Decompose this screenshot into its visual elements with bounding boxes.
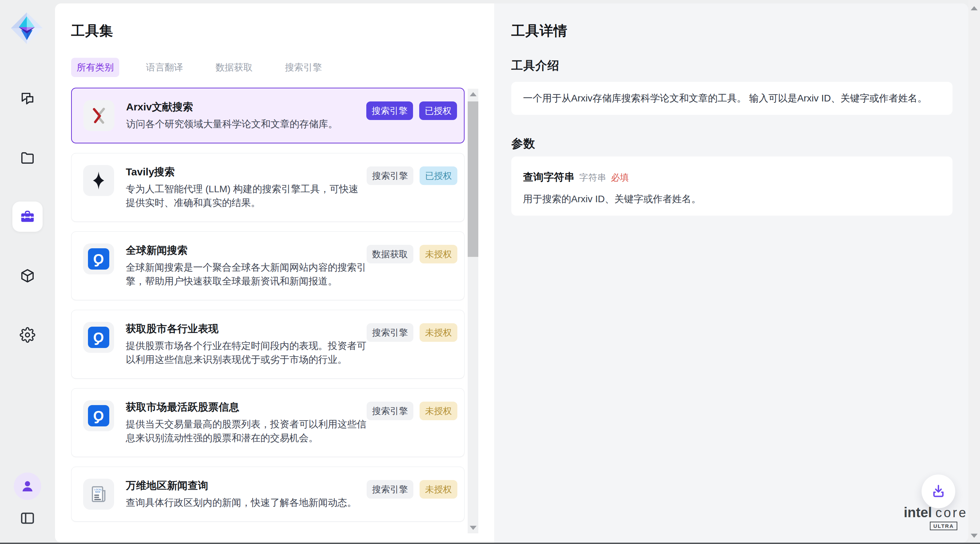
parameter-type: 字符串 [579, 172, 606, 183]
tool-details-pane: 工具详情 工具介绍 一个用于从Arxiv存储库搜索科学论文和文章的工具。 输入可… [494, 3, 968, 542]
tool-card-body: 万维地区新闻查询查询具体行政区划内的新闻，快速了解各地新闻动态。 [126, 479, 366, 510]
auth-badge: 已授权 [419, 101, 457, 120]
download-icon [930, 483, 947, 499]
tool-description: 查询具体行政区划内的新闻，快速了解各地新闻动态。 [126, 496, 366, 510]
scroll-up-icon[interactable] [470, 92, 477, 96]
tool-name: 获取股市各行业表现 [126, 322, 366, 336]
parameter-description: 用于搜索的Arxiv ID、关键字或作者姓名。 [523, 193, 941, 206]
download-button[interactable] [921, 475, 955, 508]
svg-text:NEW: NEW [95, 491, 101, 493]
app-root: 工具集 所有类别语言翻译数据获取搜索引擎 Arxiv文献搜索访问各个研究领域大量… [0, 0, 980, 544]
tab-2[interactable]: 数据获取 [210, 58, 258, 77]
tool-description: 专为人工智能代理 (LLM) 构建的搜索引擎工具，可快速提供实时、准确和真实的结… [126, 182, 366, 210]
parameter-required-badge: 必填 [611, 172, 629, 183]
category-badge: 搜索引擎 [367, 480, 414, 499]
category-badge: 搜索引擎 [367, 402, 414, 420]
folder-icon [19, 150, 35, 165]
auth-badge: 已授权 [420, 166, 457, 185]
tool-description: 提供当天交易量最高的股票列表，投资者可以利用这些信息来识别流动性强的股票和潜在的… [126, 418, 366, 445]
tool-card[interactable]: Tavily搜索专为人工智能代理 (LLM) 构建的搜索引擎工具，可快速提供实时… [71, 153, 465, 222]
tool-name: 全球新闻搜索 [126, 244, 366, 257]
toolset-title: 工具集 [71, 21, 113, 40]
tool-card[interactable]: Q获取市场最活跃股票信息提供当天交易量最高的股票列表，投资者可以利用这些信息来识… [71, 388, 465, 457]
intel-wordmark: intel [904, 505, 932, 520]
tool-card[interactable]: LOCALNEW万维地区新闻查询查询具体行政区划内的新闻，快速了解各地新闻动态。… [71, 467, 465, 522]
intro-box: 一个用于从Arxiv存储库搜索科学论文和文章的工具。 输入可以是Arxiv ID… [511, 82, 953, 115]
tool-description: 访问各个研究领域大量科学论文和文章的存储库。 [126, 117, 366, 131]
sidebar-item-models[interactable] [13, 261, 43, 291]
window-scrollbar[interactable] [968, 0, 980, 544]
sidebar [0, 0, 55, 544]
core-wordmark: core [935, 506, 967, 520]
scrollbar-thumb[interactable] [468, 101, 478, 257]
sidebar-item-tools[interactable] [13, 201, 43, 232]
auth-badge: 未授权 [420, 402, 457, 420]
tool-badges: 搜索引擎已授权 [367, 165, 457, 185]
tool-card[interactable]: Q获取股市各行业表现提供股票市场各个行业在特定时间段内的表现。投资者可以利用这些… [71, 310, 465, 379]
arxiv-icon [83, 100, 115, 131]
auth-badge: 未授权 [420, 323, 457, 342]
chat-icon [19, 91, 35, 106]
category-badge: 搜索引擎 [367, 166, 414, 185]
window-scroll-down-icon[interactable] [971, 534, 978, 538]
ultra-badge: ULTRA [930, 522, 957, 530]
tab-1[interactable]: 语言翻译 [140, 58, 189, 77]
tool-name: 万维地区新闻查询 [126, 479, 366, 493]
qnews-icon: Q [83, 322, 114, 353]
tool-card-body: 获取市场最活跃股票信息提供当天交易量最高的股票列表，投资者可以利用这些信息来识别… [126, 400, 366, 445]
tool-card-body: Arxiv文献搜索访问各个研究领域大量科学论文和文章的存储库。 [126, 100, 366, 131]
category-badge: 搜索引擎 [367, 323, 414, 342]
tool-name: Arxiv文献搜索 [126, 100, 366, 114]
scroll-down-icon[interactable] [470, 526, 477, 530]
window-scroll-up-icon[interactable] [971, 6, 978, 10]
window-bottom-edge [0, 542, 980, 544]
tool-card[interactable]: Arxiv文献搜索访问各个研究领域大量科学论文和文章的存储库。搜索引擎已授权 [71, 88, 465, 144]
sidebar-item-chat[interactable] [13, 83, 43, 113]
svg-text:LOCAL: LOCAL [94, 488, 102, 491]
cube-icon [19, 268, 35, 284]
auth-badge: 未授权 [420, 480, 457, 499]
tool-card-body: 全球新闻搜索全球新闻搜索是一个聚合全球各大新闻网站内容的搜索引擎，帮助用户快速获… [126, 244, 366, 288]
toolset-pane: 工具集 所有类别语言翻译数据获取搜索引擎 Arxiv文献搜索访问各个研究领域大量… [55, 3, 494, 542]
parameter-name: 查询字符串 [523, 170, 574, 184]
tool-card-body: Tavily搜索专为人工智能代理 (LLM) 构建的搜索引擎工具，可快速提供实时… [126, 165, 366, 210]
sidebar-nav [0, 83, 55, 350]
main-panel: 工具集 所有类别语言翻译数据获取搜索引擎 Arxiv文献搜索访问各个研究领域大量… [55, 3, 968, 542]
tab-0[interactable]: 所有类别 [71, 58, 119, 77]
tool-badges: 搜索引擎未授权 [367, 322, 457, 342]
tool-card-body: 获取股市各行业表现提供股票市场各个行业在特定时间段内的表现。投资者可以利用这些信… [126, 322, 366, 367]
tool-description: 全球新闻搜索是一个聚合全球各大新闻网站内容的搜索引擎，帮助用户快速获取全球最新资… [126, 261, 366, 288]
tool-name: Tavily搜索 [126, 165, 366, 179]
tool-card[interactable]: Q全球新闻搜索全球新闻搜索是一个聚合全球各大新闻网站内容的搜索引擎，帮助用户快速… [71, 231, 465, 300]
tool-list: Arxiv文献搜索访问各个研究领域大量科学论文和文章的存储库。搜索引擎已授权Ta… [71, 88, 465, 539]
auth-badge: 未授权 [420, 245, 457, 263]
tavily-star-icon [83, 165, 114, 196]
user-avatar[interactable] [14, 472, 41, 500]
gear-icon [19, 327, 35, 343]
sidebar-toggle-icon[interactable] [19, 510, 35, 526]
sidebar-item-settings[interactable] [13, 320, 43, 350]
intro-text: 一个用于从Arxiv存储库搜索科学论文和文章的工具。 输入可以是Arxiv ID… [523, 92, 927, 105]
tool-badges: 搜索引擎未授权 [367, 479, 457, 499]
qnews-icon: Q [83, 400, 114, 431]
category-tabs: 所有类别语言翻译数据获取搜索引擎 [71, 58, 328, 77]
tool-badges: 搜索引擎未授权 [367, 400, 457, 420]
sidebar-item-files[interactable] [13, 142, 43, 172]
tool-badges: 搜索引擎已授权 [366, 100, 457, 120]
details-title: 工具详情 [511, 21, 568, 40]
tool-list-scrollbar[interactable] [468, 89, 478, 533]
intel-core-ultra-logo: intel core ULTRA [904, 505, 957, 530]
toolbox-icon [19, 209, 35, 225]
category-badge: 搜索引擎 [366, 101, 413, 120]
tool-description: 提供股票市场各个行业在特定时间段内的表现。投资者可以利用这些信息来识别表现优于或… [126, 339, 366, 367]
local-news-icon: LOCALNEW [83, 479, 114, 510]
intro-heading: 工具介绍 [511, 58, 559, 73]
tool-name: 获取市场最活跃股票信息 [126, 400, 366, 414]
params-heading: 参数 [511, 136, 535, 152]
tool-badges: 数据获取未授权 [367, 244, 457, 263]
category-badge: 数据获取 [367, 245, 414, 263]
tab-3[interactable]: 搜索引擎 [279, 58, 328, 77]
parameter-card: 查询字符串 字符串 必填 用于搜索的Arxiv ID、关键字或作者姓名。 [511, 156, 953, 215]
parameter-header: 查询字符串 字符串 必填 [523, 170, 941, 184]
app-logo-icon [10, 12, 43, 45]
